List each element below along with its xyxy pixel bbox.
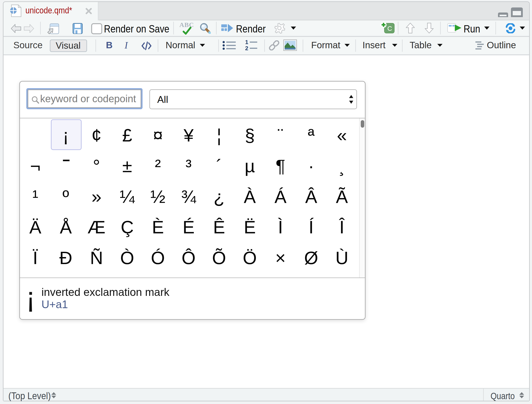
- svg-text:C: C: [387, 25, 392, 32]
- svg-text:1: 1: [245, 40, 248, 45]
- svg-text:2: 2: [245, 45, 248, 51]
